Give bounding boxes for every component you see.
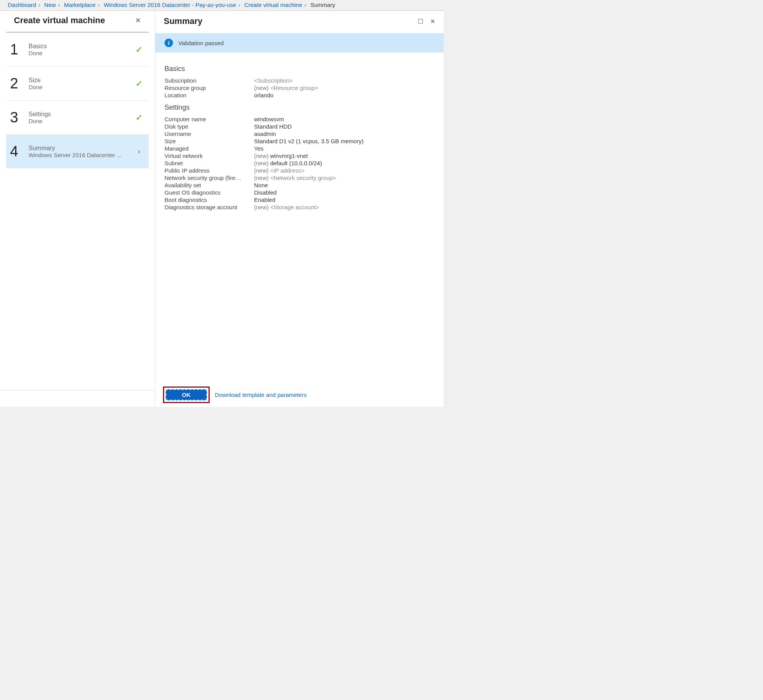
value-text: Disabled xyxy=(254,189,276,196)
value-text: Standard HDD xyxy=(254,123,292,130)
close-icon[interactable]: ✕ xyxy=(135,16,141,25)
summary-row: Boot diagnosticsEnabled xyxy=(164,196,434,203)
section-heading-basics: Basics xyxy=(164,65,434,73)
value-text: windowsvm xyxy=(254,116,284,122)
summary-row: Resource group(new) <Resource group> xyxy=(164,84,434,92)
wizard-step-settings[interactable]: 3SettingsDone✓ xyxy=(6,101,149,135)
summary-row: Subscription<Subscription> xyxy=(164,77,434,84)
validation-banner: i Validation passed xyxy=(155,33,444,53)
chevron-right-icon: › xyxy=(56,2,63,8)
checkmark-icon: ✓ xyxy=(136,113,142,122)
value-text: Yes xyxy=(254,145,263,152)
value-prefix: (new) xyxy=(254,153,270,159)
summary-row: ManagedYes xyxy=(164,145,434,152)
summary-value: Yes xyxy=(254,145,263,152)
value-text: <Storage account> xyxy=(270,204,319,210)
summary-key: Virtual network xyxy=(164,153,254,159)
summary-row: Diagnostics storage account(new) <Storag… xyxy=(164,203,434,211)
close-icon[interactable]: ✕ xyxy=(430,18,435,25)
step-number: 2 xyxy=(10,75,29,92)
summary-row: Availability setNone xyxy=(164,181,434,189)
value-text: <Resource group> xyxy=(270,85,318,91)
step-title: Basics xyxy=(29,43,133,50)
step-title: Size xyxy=(29,77,133,84)
ok-button[interactable]: OK xyxy=(166,389,207,400)
summary-key: Public IP address xyxy=(164,167,254,174)
summary-row: Guest OS diagnosticsDisabled xyxy=(164,189,434,196)
value-prefix: (new) xyxy=(254,175,270,181)
chevron-right-icon: › xyxy=(138,147,140,155)
wizard-steps-panel: Create virtual machine ✕ 1BasicsDone✓2Si… xyxy=(0,11,155,407)
summary-row: Locationorlando xyxy=(164,92,434,99)
breadcrumb: Dashboard› New› Marketplace› Windows Ser… xyxy=(0,0,444,11)
summary-value: (new) <Storage account> xyxy=(254,204,319,210)
summary-row: Virtual network(new) winvmrg1-vnet xyxy=(164,152,434,159)
value-text: winvmrg1-vnet xyxy=(270,153,308,159)
summary-row: Computer namewindowsvm xyxy=(164,115,434,123)
summary-value: (new) <Resource group> xyxy=(254,85,318,91)
summary-value: Enabled xyxy=(254,197,275,203)
chevron-right-icon: › xyxy=(36,2,42,8)
breadcrumb-link[interactable]: Windows Server 2016 Datacenter - Pay-as-… xyxy=(104,2,236,8)
chevron-right-icon: › xyxy=(236,2,242,8)
value-prefix: (new) xyxy=(254,167,270,174)
value-prefix: (new) xyxy=(254,160,270,166)
panel-title: Create virtual machine xyxy=(14,15,105,25)
summary-value: None xyxy=(254,182,268,188)
summary-value: asadmin xyxy=(254,131,276,137)
summary-value: Disabled xyxy=(254,189,276,196)
step-subtitle: Done xyxy=(29,118,133,124)
value-text: None xyxy=(254,182,268,188)
step-subtitle: Windows Server 2016 Datacenter ... xyxy=(29,152,133,158)
info-icon: i xyxy=(164,39,173,47)
summary-key: Username xyxy=(164,131,254,137)
summary-key: Computer name xyxy=(164,116,254,122)
summary-key: Diagnostics storage account xyxy=(164,204,254,210)
summary-key: Subscription xyxy=(164,77,254,84)
value-text: default (10.0.0.0/24) xyxy=(270,160,322,166)
summary-row: Network security group (fire…(new) <Netw… xyxy=(164,174,434,181)
step-title: Settings xyxy=(29,111,133,118)
wizard-step-summary[interactable]: 4SummaryWindows Server 2016 Datacenter .… xyxy=(6,135,149,168)
summary-row: Disk typeStandard HDD xyxy=(164,123,434,130)
value-text: asadmin xyxy=(254,131,276,137)
step-subtitle: Done xyxy=(29,84,133,90)
breadcrumb-link[interactable]: New xyxy=(44,2,56,8)
value-text: <IP address> xyxy=(270,167,305,174)
breadcrumb-link[interactable]: Dashboard xyxy=(8,2,36,8)
breadcrumb-link[interactable]: Create virtual machine xyxy=(244,2,302,8)
summary-key: Resource group xyxy=(164,85,254,91)
wizard-step-size[interactable]: 2SizeDone✓ xyxy=(6,67,149,101)
summary-row: Subnet(new) default (10.0.0.0/24) xyxy=(164,159,434,167)
summary-value: Standard HDD xyxy=(254,123,292,130)
wizard-step-basics[interactable]: 1BasicsDone✓ xyxy=(6,33,149,67)
summary-value: windowsvm xyxy=(254,116,284,122)
download-template-link[interactable]: Download template and parameters xyxy=(215,392,307,398)
summary-title: Summary xyxy=(164,16,202,26)
ok-button-highlight: OK xyxy=(163,386,210,403)
summary-value: <Subscription> xyxy=(254,77,293,84)
summary-row: Public IP address(new) <IP address> xyxy=(164,167,434,174)
summary-value: (new) <IP address> xyxy=(254,167,305,174)
step-number: 3 xyxy=(10,109,29,126)
summary-row: SizeStandard D1 v2 (1 vcpus, 3.5 GB memo… xyxy=(164,137,434,145)
checkmark-icon: ✓ xyxy=(136,79,142,88)
summary-key: Managed xyxy=(164,145,254,152)
summary-value: (new) <Network security group> xyxy=(254,175,336,181)
section-heading-settings: Settings xyxy=(164,103,434,112)
value-text: Enabled xyxy=(254,197,275,203)
value-text: orlando xyxy=(254,92,273,98)
summary-key: Network security group (fire… xyxy=(164,175,254,181)
step-subtitle: Done xyxy=(29,50,133,56)
value-prefix: (new) xyxy=(254,204,270,210)
summary-key: Location xyxy=(164,92,254,98)
maximize-icon[interactable]: ☐ xyxy=(418,18,423,25)
left-footer xyxy=(0,390,155,407)
validation-text: Validation passed xyxy=(178,40,224,46)
value-text: <Network security group> xyxy=(270,175,336,181)
breadcrumb-current: Summary xyxy=(310,2,335,8)
breadcrumb-link[interactable]: Marketplace xyxy=(64,2,96,8)
summary-value: (new) default (10.0.0.0/24) xyxy=(254,160,322,166)
summary-row: Usernameasadmin xyxy=(164,130,434,137)
summary-key: Disk type xyxy=(164,123,254,130)
